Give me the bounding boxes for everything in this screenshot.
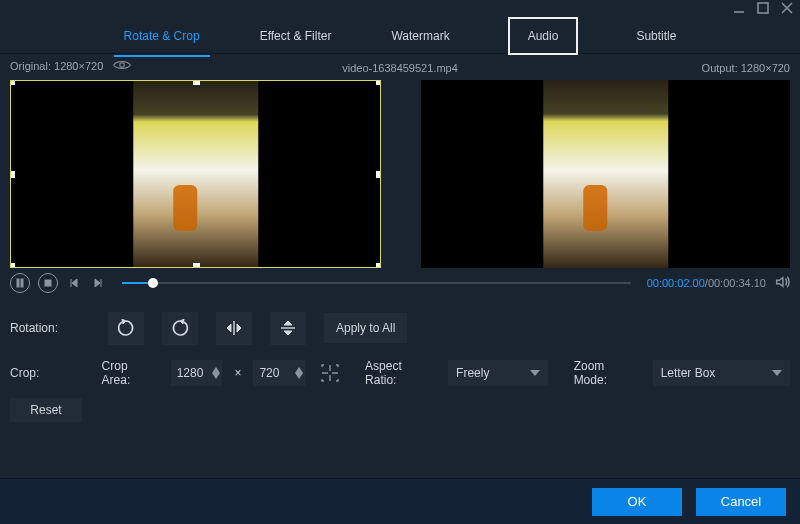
zoom-mode-value: Letter Box xyxy=(661,366,716,380)
eye-icon[interactable] xyxy=(113,58,131,74)
preview-area xyxy=(0,76,800,268)
aspect-ratio-dropdown[interactable]: Freely xyxy=(448,360,548,386)
video-editor-window: Rotate & Crop Effect & Filter Watermark … xyxy=(0,0,800,524)
play-bar: 00:00:02.00/00:00:34.10 xyxy=(0,268,800,298)
crop-center-button[interactable] xyxy=(317,360,343,386)
times-label: × xyxy=(234,366,241,380)
flip-horizontal-button[interactable] xyxy=(216,312,252,345)
dialog-footer: OK Cancel xyxy=(0,478,800,524)
aspect-ratio-value: Freely xyxy=(456,366,489,380)
seek-knob[interactable] xyxy=(148,278,158,288)
volume-icon[interactable] xyxy=(774,274,790,292)
maximize-icon[interactable] xyxy=(756,1,770,18)
crop-width-input[interactable]: 1280 xyxy=(171,360,223,386)
video-thumbnail xyxy=(133,81,258,267)
tab-audio[interactable]: Audio xyxy=(508,17,579,55)
crop-width-value: 1280 xyxy=(177,366,204,380)
rotate-cw-button[interactable] xyxy=(162,312,198,345)
chevron-down-icon xyxy=(772,368,782,378)
svg-rect-6 xyxy=(21,279,23,287)
cancel-button[interactable]: Cancel xyxy=(696,488,786,516)
current-time: 00:00:02.00 xyxy=(647,277,705,289)
pause-button[interactable] xyxy=(10,273,30,293)
title-bar xyxy=(0,0,800,18)
crop-height-value: 720 xyxy=(259,366,279,380)
rotation-row: Rotation: Apply to All xyxy=(0,304,800,352)
crop-handle[interactable] xyxy=(193,80,200,85)
minimize-icon[interactable] xyxy=(732,1,746,18)
tab-effect-filter[interactable]: Effect & Filter xyxy=(258,25,334,47)
ok-button[interactable]: OK xyxy=(592,488,682,516)
crop-area-label: Crop Area: xyxy=(102,359,159,387)
tab-rotate-crop[interactable]: Rotate & Crop xyxy=(122,25,202,47)
crop-height-input[interactable]: 720 xyxy=(253,360,305,386)
reset-row: Reset xyxy=(0,394,800,426)
spin-down-icon[interactable] xyxy=(212,373,220,379)
crop-row: Crop: Crop Area: 1280 × 720 Aspect Ratio… xyxy=(0,352,800,394)
crop-label: Crop: xyxy=(10,366,90,380)
crop-handle[interactable] xyxy=(193,263,200,268)
svg-rect-1 xyxy=(758,3,768,13)
original-size-label: Original: 1280×720 xyxy=(10,60,103,72)
filename-label: video-1638459521.mp4 xyxy=(342,62,458,74)
video-thumbnail xyxy=(543,80,668,268)
crop-handle[interactable] xyxy=(10,263,15,268)
zoom-mode-label: Zoom Mode: xyxy=(574,359,641,387)
total-time: 00:00:34.10 xyxy=(708,277,766,289)
crop-handle[interactable] xyxy=(376,80,381,85)
output-preview xyxy=(421,80,790,268)
apply-to-all-button[interactable]: Apply to All xyxy=(324,313,407,343)
crop-preview[interactable] xyxy=(10,80,381,268)
svg-point-4 xyxy=(120,63,125,68)
crop-handle[interactable] xyxy=(376,171,381,178)
crop-handle[interactable] xyxy=(10,80,15,85)
tab-subtitle[interactable]: Subtitle xyxy=(634,25,678,47)
svg-rect-5 xyxy=(17,279,19,287)
close-icon[interactable] xyxy=(780,1,794,18)
preview-info-row: Original: 1280×720 video-1638459521.mp4 … xyxy=(0,54,800,76)
zoom-mode-dropdown[interactable]: Letter Box xyxy=(653,360,790,386)
svg-rect-7 xyxy=(45,280,51,286)
seek-slider[interactable] xyxy=(122,282,631,284)
next-frame-button[interactable] xyxy=(90,275,106,291)
flip-vertical-button[interactable] xyxy=(270,312,306,345)
chevron-down-icon xyxy=(530,368,540,378)
reset-button[interactable]: Reset xyxy=(10,398,82,422)
top-tabs: Rotate & Crop Effect & Filter Watermark … xyxy=(0,18,800,54)
crop-handle[interactable] xyxy=(10,171,15,178)
spin-down-icon[interactable] xyxy=(295,373,303,379)
aspect-ratio-label: Aspect Ratio: xyxy=(365,359,436,387)
crop-handle[interactable] xyxy=(376,263,381,268)
stop-button[interactable] xyxy=(38,273,58,293)
output-size-label: Output: 1280×720 xyxy=(702,62,790,74)
rotation-label: Rotation: xyxy=(10,321,90,335)
prev-frame-button[interactable] xyxy=(66,275,82,291)
rotate-ccw-button[interactable] xyxy=(108,312,144,345)
time-display: 00:00:02.00/00:00:34.10 xyxy=(647,277,766,289)
tab-watermark[interactable]: Watermark xyxy=(389,25,451,47)
